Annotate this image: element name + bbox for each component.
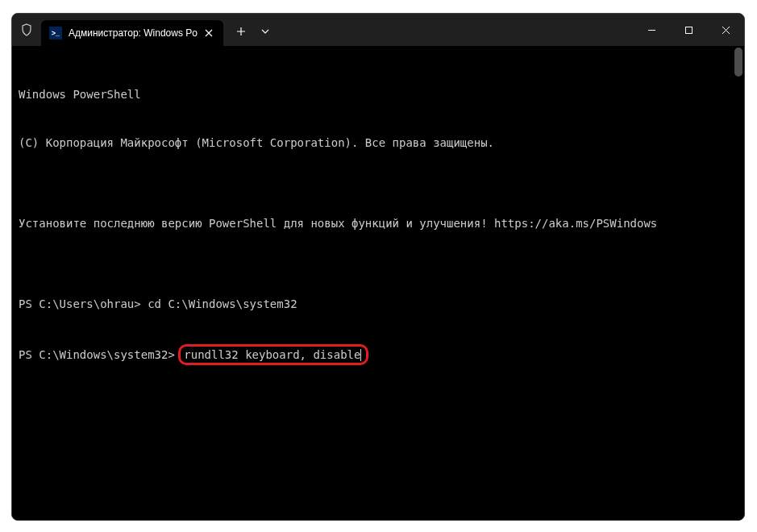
- prompt-line: PS C:\Users\ohrau> cd C:\Windows\system3…: [19, 296, 738, 312]
- maximize-button[interactable]: [670, 14, 707, 46]
- tab-dropdown-button[interactable]: [254, 19, 277, 44]
- tab-title: Администратор: Windows Po: [69, 27, 198, 39]
- tab-close-button[interactable]: [201, 25, 217, 41]
- terminal-body[interactable]: Windows PowerShell (C) Корпорация Майкро…: [12, 46, 744, 520]
- svg-rect-0: [685, 27, 692, 33]
- active-tab[interactable]: >_ Администратор: Windows Po: [41, 20, 223, 46]
- highlighted-command: rundll32 keyboard, disable: [178, 344, 368, 365]
- titlebar: >_ Администратор: Windows Po: [12, 14, 744, 46]
- new-tab-button[interactable]: [228, 19, 254, 44]
- command-text: rundll32 keyboard, disable: [184, 348, 360, 361]
- output-line: Windows PowerShell: [19, 86, 738, 102]
- powershell-icon: >_: [49, 27, 62, 39]
- minimize-button[interactable]: [633, 14, 670, 46]
- terminal-window: >_ Администратор: Windows Po Window: [11, 13, 745, 521]
- powershell-icon-glyph: >_: [52, 29, 60, 37]
- scrollbar-thumb[interactable]: [734, 48, 742, 77]
- prompt-line-current: PS C:\Windows\system32> rundll32 keyboar…: [19, 344, 738, 365]
- prompt-prefix: PS C:\Users\ohrau>: [19, 297, 148, 310]
- command-text: cd C:\Windows\system32: [148, 297, 297, 310]
- output-line: (C) Корпорация Майкрософт (Microsoft Cor…: [19, 135, 738, 151]
- output-line: Установите последнюю версию PowerShell д…: [19, 215, 738, 231]
- text-cursor: [360, 349, 361, 361]
- shield-icon: [12, 14, 41, 46]
- close-button[interactable]: [707, 14, 744, 46]
- window-controls: [633, 14, 744, 46]
- prompt-prefix: PS C:\Windows\system32>: [19, 347, 181, 363]
